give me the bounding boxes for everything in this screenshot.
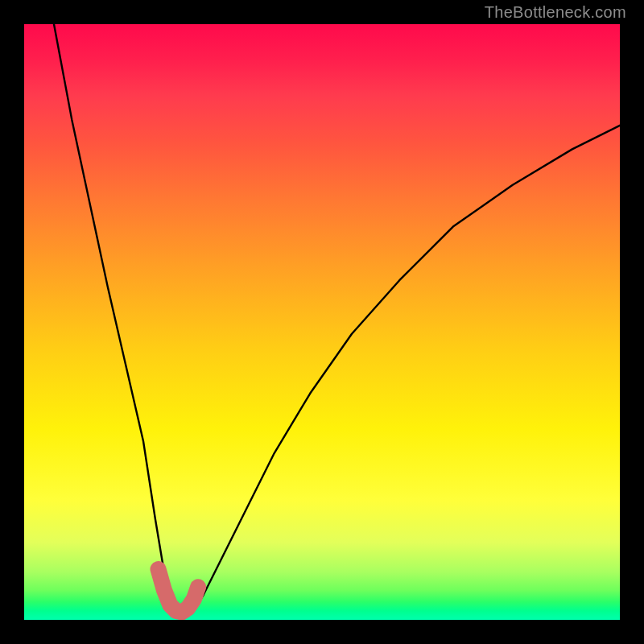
watermark-text: TheBottleneck.com	[485, 3, 626, 22]
valley-highlight	[159, 569, 199, 612]
plot-area	[24, 24, 620, 620]
curve-layer	[24, 24, 620, 620]
chart-frame: TheBottleneck.com	[0, 0, 644, 644]
bottleneck-curve	[54, 24, 620, 614]
